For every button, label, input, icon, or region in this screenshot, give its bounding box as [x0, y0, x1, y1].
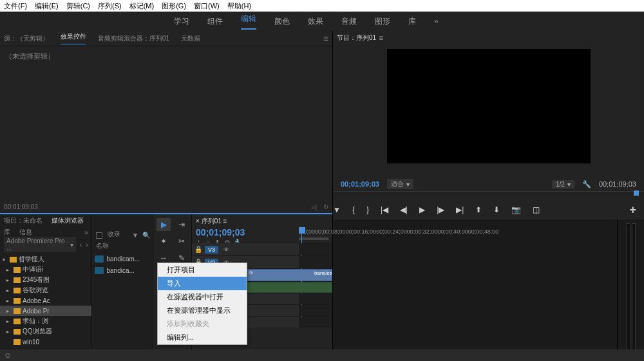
panel-menu-icon[interactable]: ≡ [323, 33, 328, 44]
track-body[interactable] [299, 305, 332, 316]
ws-audio[interactable]: 音频 [341, 16, 357, 27]
step-fwd-icon[interactable]: |▶ [437, 205, 444, 214]
fwd-icon[interactable]: › [86, 241, 88, 248]
menu-window[interactable]: 窗口(W) [194, 1, 220, 11]
eye-icon[interactable]: 👁 [223, 246, 229, 253]
wrench-icon[interactable]: 🔧 [582, 180, 591, 189]
ws-color[interactable]: 颜色 [274, 16, 290, 27]
sequence-tab[interactable]: × 序列01 ≡ [196, 218, 227, 225]
track-label[interactable]: V3 [205, 246, 218, 254]
track-body[interactable] [299, 317, 332, 328]
go-in-icon[interactable]: |◀ [381, 205, 388, 214]
track-body[interactable] [299, 256, 332, 268]
menu-clip[interactable]: 剪辑(C) [66, 1, 90, 11]
tab-source[interactable]: 源：（无剪辑） [4, 34, 49, 43]
ctx-open-project[interactable]: 打开项目 [158, 263, 247, 277]
menu-graphics[interactable]: 图形(G) [162, 1, 186, 11]
source-tool-icon[interactable]: ▹| [312, 203, 317, 210]
tab-library[interactable]: 库 [4, 228, 10, 237]
program-playhead[interactable] [634, 190, 639, 196]
program-tab[interactable]: 节目：序列01 [337, 33, 376, 42]
status-icon[interactable]: ☺ [4, 351, 12, 360]
button-editor-icon[interactable]: + [629, 203, 636, 217]
program-ruler[interactable] [333, 191, 644, 200]
selection-tool[interactable]: ▶ [156, 218, 171, 231]
tree-item[interactable]: win10 [0, 337, 91, 347]
source-panel-tabs: 源：（无剪辑） 效果控件 音频剪辑混合器：序列01 元数据 ≡ [0, 31, 332, 46]
tab-metadata[interactable]: 元数据 [181, 34, 200, 43]
program-monitor[interactable] [387, 49, 591, 163]
ctx-reveal-explorer[interactable]: 在资源管理器中显示 [158, 304, 247, 317]
track-body[interactable] [299, 293, 332, 304]
ws-edit[interactable]: 编辑 [241, 14, 256, 30]
export-frame-icon[interactable]: 📷 [511, 205, 521, 214]
tab-project[interactable]: 项目：未命名 [4, 216, 43, 225]
ws-effects[interactable]: 效果 [308, 16, 323, 27]
track-body[interactable] [299, 282, 332, 293]
timeline-ruler[interactable]: ;00;00 00;00;08;00 00;00;16;00 00;00;24;… [299, 216, 328, 243]
audio-clip[interactable] [247, 282, 332, 293]
menu-marker[interactable]: 标记(M) [129, 1, 155, 11]
playhead[interactable] [299, 227, 305, 234]
tree-item-selected[interactable]: ▸Adobe Pr [0, 306, 91, 316]
media-item[interactable]: bandica... [95, 264, 151, 276]
ctx-import[interactable]: 导入 [158, 277, 247, 290]
step-back-icon[interactable]: ◀| [400, 205, 408, 214]
tree-item[interactable]: ▸求仙：浏 [0, 316, 91, 326]
tab-media-browser[interactable]: 媒体浏览器 [52, 216, 84, 225]
twisty-icon: ▾ [3, 257, 8, 263]
proj-more-icon[interactable]: » [84, 229, 88, 236]
source-tool-icon-2[interactable]: ↻ [323, 203, 328, 210]
panel-menu-icon[interactable]: ≡ [379, 33, 383, 42]
filter-icon[interactable]: ▼ [132, 232, 138, 239]
track-body[interactable]: fxbandicam 2018-09-19 22-06-03-689_压制版.m… [299, 269, 332, 281]
ws-assembly[interactable]: 组件 [207, 16, 223, 27]
ingest-checkbox[interactable] [96, 232, 102, 239]
tree-item[interactable]: ▸中译语i [0, 264, 91, 275]
ws-more[interactable]: » [434, 17, 439, 26]
ripple-tool[interactable]: ✦ [156, 235, 171, 248]
ctx-edit-columns[interactable]: 编辑列... [158, 331, 247, 344]
tab-audio-mixer[interactable]: 音频剪辑混合器：序列01 [98, 34, 169, 43]
marker-add-icon[interactable]: ▼ [333, 205, 341, 214]
ws-learn[interactable]: 学习 [174, 16, 189, 27]
tree-item[interactable]: ▸谷歌浏览 [0, 285, 91, 295]
lock-icon[interactable]: 🔒 [194, 246, 202, 253]
proj-combo[interactable]: Adobe Premiere Pro ...▾ [4, 237, 76, 252]
menu-help[interactable]: 帮助(H) [227, 1, 251, 11]
media-item[interactable]: bandicam... [95, 253, 151, 264]
back-icon[interactable]: ‹ [80, 241, 82, 248]
out-point-icon[interactable]: } [366, 205, 369, 214]
ctx-open-source-monitor[interactable]: 在源监视器中打开 [158, 290, 247, 304]
play-icon[interactable]: ▶ [419, 205, 425, 214]
go-out-icon[interactable]: ▶| [456, 205, 464, 214]
tree-item[interactable]: ▸2345看图 [0, 275, 91, 285]
workspace-tabs: 学习 组件 编辑 颜色 效果 音频 图形 库 » [0, 12, 644, 31]
video-clip[interactable]: fxbandicam 2018-09-19 22-06-03-689_压制版.m… [247, 269, 332, 281]
in-point-icon[interactable]: { [352, 205, 355, 214]
menu-file[interactable]: 文件(F) [4, 1, 27, 11]
tree-root[interactable]: ▾ 哲学怪人 [0, 254, 91, 264]
compare-icon[interactable]: ◫ [533, 205, 540, 214]
razor-tool[interactable]: ✂ [175, 235, 189, 248]
program-panel: 节目：序列01 ≡ 00;01;09;03 适合▾ 1/2▾ 🔧 00;01;0… [333, 31, 644, 219]
track-body[interactable] [299, 243, 332, 255]
program-timecode-left[interactable]: 00;01;09;03 [341, 180, 379, 188]
tree-item[interactable]: ▸QQ浏览器 [0, 326, 91, 337]
search-icon[interactable]: 🔍 [142, 232, 150, 239]
tab-info[interactable]: 信息 [19, 228, 32, 237]
menu-sequence[interactable]: 序列(S) [98, 1, 122, 11]
lift-icon[interactable]: ⬆ [475, 205, 482, 214]
fit-dropdown[interactable]: 适合▾ [387, 179, 413, 189]
ws-library[interactable]: 库 [408, 16, 416, 27]
timeline-timecode[interactable]: 00;01;09;03 [196, 227, 299, 237]
ws-graphics[interactable]: 图形 [375, 16, 390, 27]
menu-edit[interactable]: 编辑(E) [35, 1, 59, 11]
menubar: 文件(F) 编辑(E) 剪辑(C) 序列(S) 标记(M) 图形(G) 窗口(W… [0, 0, 644, 12]
extract-icon[interactable]: ⬇ [493, 205, 500, 214]
track-select-tool[interactable]: ⇥ [175, 218, 189, 231]
name-column-header[interactable]: 名称 [92, 241, 154, 250]
tab-effect-controls[interactable]: 效果控件 [61, 32, 86, 44]
zoom-dropdown[interactable]: 1/2▾ [552, 180, 574, 189]
tree-item[interactable]: ▸Adobe Ac [0, 295, 91, 306]
